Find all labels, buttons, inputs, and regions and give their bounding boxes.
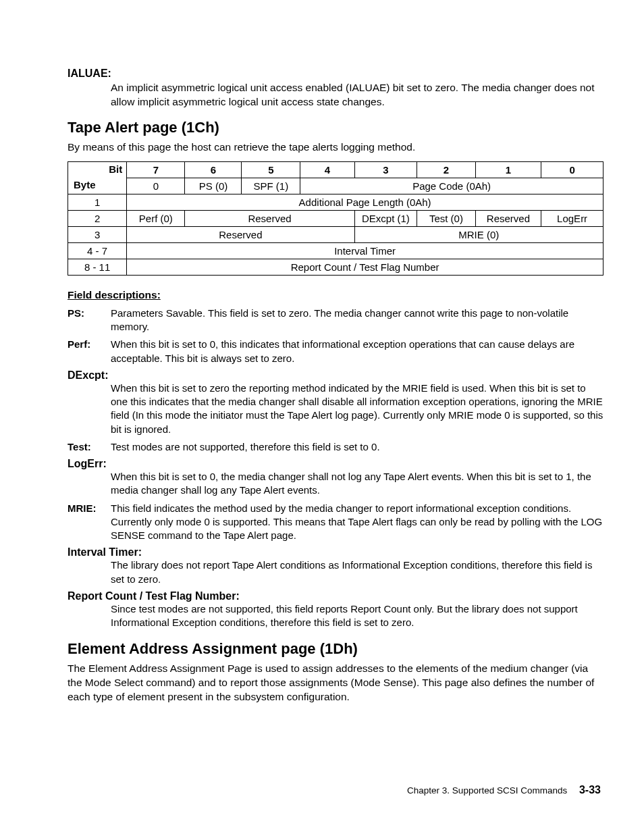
hdr-byte: Byte — [74, 179, 122, 190]
hdr-3: 3 — [354, 161, 417, 178]
byte-3: 3 — [68, 226, 127, 242]
table-row: Bit Byte 7 6 5 4 3 2 1 0 — [68, 161, 603, 178]
field-mrie: MRIE: This field indicates the method us… — [68, 502, 603, 543]
cell-logerr: LogErr — [541, 210, 603, 226]
def-logerr: When this bit is set to 0, the media cha… — [111, 470, 603, 498]
term-test: Test: — [68, 440, 111, 454]
def-report-count: Since test modes are not supported, this… — [111, 602, 603, 630]
hdr-4: 4 — [300, 161, 354, 178]
field-interval-timer: Interval Timer: The library does not rep… — [68, 546, 603, 586]
table-row: 8 - 11 Report Count / Test Flag Number — [68, 259, 603, 275]
term-ps: PS: — [68, 307, 111, 334]
term-ialuae: IALUAE: — [68, 68, 603, 80]
cell-ps: PS (0) — [185, 178, 242, 194]
term-perf: Perf: — [68, 338, 111, 365]
page: IALUAE: An implicit asymmetric logical u… — [0, 0, 644, 834]
field-report-count: Report Count / Test Flag Number: Since t… — [68, 590, 603, 630]
table-row: 0 PS (0) SPF (1) Page Code (0Ah) — [68, 178, 603, 194]
cell-spf: SPF (1) — [242, 178, 300, 194]
intro-element-address: The Element Address Assignment Page is u… — [68, 662, 603, 704]
byte-2: 2 — [68, 210, 127, 226]
table-row: 3 Reserved MRIE (0) — [68, 226, 603, 242]
byte-1: 1 — [68, 194, 127, 210]
term-dexcpt: DExcpt: — [68, 369, 603, 382]
cell-reserved-2: Reserved — [475, 210, 541, 226]
cell-reserved-3: Reserved — [127, 226, 354, 242]
def-ps: Parameters Savable. This field is set to… — [111, 307, 603, 334]
table-row: 4 - 7 Interval Timer — [68, 242, 603, 259]
cell-interval-timer: Interval Timer — [127, 242, 603, 259]
table-row: 2 Perf (0) Reserved DExcpt (1) Test (0) … — [68, 210, 603, 226]
tape-alert-bitfield-table: Bit Byte 7 6 5 4 3 2 1 0 0 PS (0) SPF (1… — [68, 161, 603, 276]
byte-4-7: 4 - 7 — [68, 242, 127, 259]
hdr-6: 6 — [185, 161, 242, 178]
cell-dexcpt: DExcpt (1) — [354, 210, 417, 226]
cell-mrie: MRIE (0) — [354, 226, 603, 242]
field-test: Test: Test modes are not supported, ther… — [68, 440, 603, 454]
heading-element-address: Element Address Assignment page (1Dh) — [68, 640, 603, 658]
field-dexcpt: DExcpt: When this bit is set to zero the… — [68, 369, 603, 436]
term-logerr: LogErr: — [68, 458, 603, 470]
field-perf: Perf: When this bit is set to 0, this in… — [68, 338, 603, 365]
page-footer: Chapter 3. Supported SCSI Commands 3-33 — [407, 784, 601, 796]
def-ialuae: An implicit asymmetric logical unit acce… — [111, 81, 603, 109]
def-perf: When this bit is set to 0, this indicate… — [111, 338, 603, 365]
term-report-count: Report Count / Test Flag Number: — [68, 590, 603, 602]
cell-report-count: Report Count / Test Flag Number — [127, 259, 603, 275]
field-ps: PS: Parameters Savable. This field is se… — [68, 307, 603, 334]
cell-addl-page-len: Additional Page Length (0Ah) — [127, 194, 603, 210]
hdr-bit: Bit — [74, 163, 122, 175]
hdr-1: 1 — [475, 161, 541, 178]
cell-reserved-1: Reserved — [185, 210, 354, 226]
def-interval-timer: The library does not report Tape Alert c… — [111, 558, 603, 586]
hdr-7: 7 — [127, 161, 185, 178]
footer-page-number: 3-33 — [579, 784, 601, 796]
def-dexcpt: When this bit is set to zero the reporti… — [111, 382, 603, 436]
footer-chapter: Chapter 3. Supported SCSI Commands — [407, 785, 567, 796]
hdr-2: 2 — [417, 161, 475, 178]
hdr-5: 5 — [242, 161, 300, 178]
cell-pagecode: Page Code (0Ah) — [300, 178, 603, 194]
cell-perf: Perf (0) — [127, 210, 185, 226]
table-row: 1 Additional Page Length (0Ah) — [68, 194, 603, 210]
hdr-0: 0 — [541, 161, 603, 178]
byte-8-11: 8 - 11 — [68, 259, 127, 275]
field-ialuae: IALUAE: An implicit asymmetric logical u… — [68, 68, 603, 109]
field-descriptions-heading: Field descriptions: — [68, 289, 603, 301]
field-logerr: LogErr: When this bit is set to 0, the m… — [68, 458, 603, 498]
term-interval-timer: Interval Timer: — [68, 546, 603, 558]
def-test: Test modes are not supported, therefore … — [111, 440, 603, 454]
def-mrie: This field indicates the method used by … — [111, 502, 603, 543]
cell-test: Test (0) — [417, 210, 475, 226]
term-mrie: MRIE: — [68, 502, 111, 543]
intro-tape-alert: By means of this page the host can retri… — [68, 140, 603, 155]
heading-tape-alert: Tape Alert page (1Ch) — [68, 119, 603, 136]
byte-0: 0 — [127, 178, 185, 194]
